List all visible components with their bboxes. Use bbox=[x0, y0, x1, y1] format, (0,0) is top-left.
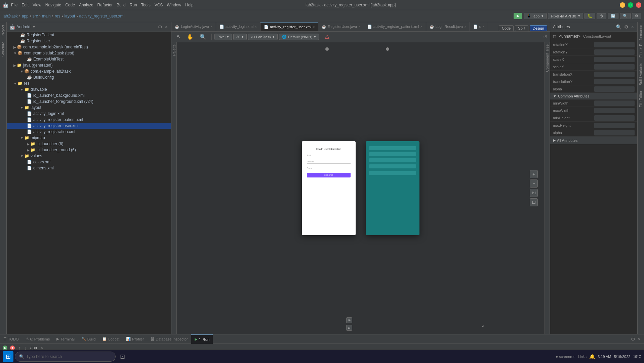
profile-button[interactable]: ⏱ bbox=[597, 13, 606, 19]
maximize-button[interactable]: □ bbox=[628, 2, 633, 8]
tab-problems[interactable]: ⚠ 6: Problems bbox=[22, 334, 53, 344]
common-attrs-header[interactable]: ▼ Common Attributes bbox=[550, 93, 637, 99]
zoom-fit-button[interactable]: 1:1 bbox=[530, 189, 538, 197]
tab-close[interactable]: × bbox=[358, 25, 360, 29]
tree-item-java-generated[interactable]: ▶ 📁 java (generated) bbox=[7, 62, 171, 68]
tree-item-activity-registration[interactable]: 📄 activity_registration.xml bbox=[7, 129, 171, 135]
tree-item-ic-fg[interactable]: 📄 ic_launcher_foreground.xml (v24) bbox=[7, 98, 171, 105]
menu-build[interactable]: Build bbox=[117, 3, 126, 7]
minimize-button[interactable]: – bbox=[620, 2, 625, 8]
pixel-dropdown[interactable]: Pixel ▾ bbox=[214, 34, 232, 40]
collapse-arrow[interactable]: ▼ bbox=[13, 82, 17, 85]
search-attrs-button[interactable]: 🔍 bbox=[615, 24, 622, 30]
breadcrumb-app[interactable]: app bbox=[22, 14, 29, 18]
tab-activity-reg-patient[interactable]: 📄 activity_register_patient.xml × bbox=[364, 22, 426, 31]
tree-item-com-lab2task[interactable]: ▼ 📦 com.example.lab2task bbox=[7, 68, 171, 74]
collapse-arrow[interactable]: ▼ bbox=[13, 51, 17, 55]
attr-value-alpha-top[interactable] bbox=[594, 86, 635, 92]
run-panel-settings[interactable]: ⚙ bbox=[630, 336, 636, 342]
menu-refactor[interactable]: Refactor bbox=[97, 3, 113, 7]
tab-close[interactable]: × bbox=[210, 25, 212, 29]
all-attrs-header[interactable]: ▶ All Attributes bbox=[550, 137, 637, 144]
view-design-button[interactable]: Design bbox=[530, 25, 547, 31]
toggle-1-button[interactable]: 👁 bbox=[346, 317, 352, 323]
collapse-arrow[interactable]: ▶ bbox=[27, 148, 30, 152]
attr-value-maxHeight[interactable] bbox=[594, 123, 635, 128]
right-tab-flutter[interactable]: Flutter Performance bbox=[638, 22, 644, 60]
menu-file[interactable]: File bbox=[11, 3, 17, 7]
tab-s[interactable]: 📄 s × bbox=[470, 22, 488, 31]
menu-navigate[interactable]: Navigate bbox=[45, 3, 61, 7]
right-tab-file[interactable]: File Editor bbox=[638, 88, 644, 110]
collapse-arrow[interactable]: ▼ bbox=[20, 136, 24, 140]
tree-item-test[interactable]: ▼ 📦 com.example.lab2task (test) bbox=[7, 50, 171, 56]
tab-activity-login[interactable]: 📄 activity_login.xml × bbox=[216, 22, 260, 31]
attr-value-minWidth[interactable] bbox=[594, 100, 635, 106]
search-bar[interactable]: 🔍 Type here to search bbox=[15, 352, 116, 362]
tab-activity-register-user[interactable]: 📄 activity_register_user.xml × bbox=[260, 22, 318, 31]
settings-button[interactable]: ⚙ bbox=[632, 13, 641, 19]
tab-close[interactable]: × bbox=[464, 25, 466, 29]
tab-database[interactable]: 🗄 Database Inspector bbox=[147, 334, 191, 344]
breadcrumb-main[interactable]: main bbox=[42, 14, 51, 18]
breadcrumb-layout[interactable]: layout bbox=[64, 14, 75, 18]
tree-item-activity-login[interactable]: 📄 activity_login.xml bbox=[7, 111, 171, 117]
tree-item-ic-launcher-round[interactable]: ▶ 📁 ic_launcher_round (6) bbox=[7, 147, 171, 153]
tab-loginresult[interactable]: ☕ LoginResult.java × bbox=[426, 22, 470, 31]
tree-item-layout[interactable]: ▼ 📁 layout bbox=[7, 105, 171, 111]
tree-item-ic-bg[interactable]: 📄 ic_launcher_background.xml bbox=[7, 92, 171, 98]
menu-run[interactable]: Run bbox=[130, 3, 137, 7]
view-split-button[interactable]: Split bbox=[515, 25, 528, 31]
left-tab-structure[interactable]: Structure bbox=[0, 39, 6, 59]
tree-item-register-patient[interactable]: ☕ RegisterPatient bbox=[7, 32, 171, 38]
toggle-2-button[interactable]: ⊞ bbox=[346, 325, 352, 331]
attr-value-alpha-common[interactable] bbox=[594, 130, 635, 135]
collapse-arrow[interactable]: ▶ bbox=[13, 64, 16, 67]
attrs-close-button[interactable]: × bbox=[631, 24, 635, 30]
tree-item-values[interactable]: ▼ 📁 values bbox=[7, 153, 171, 159]
tree-item-register-user[interactable]: ☕ RegisterUser bbox=[7, 38, 171, 44]
lab2task-dropdown[interactable]: 🏷 Lab2task ▾ bbox=[248, 34, 278, 40]
zoom-dropdown[interactable]: 30 ▾ bbox=[233, 34, 247, 40]
tab-registeruser[interactable]: ☕ RegisterUser.java × bbox=[318, 22, 364, 31]
tab-todo[interactable]: ☰ TODO bbox=[0, 334, 22, 344]
tree-item-colors[interactable]: 📄 colors.xml bbox=[7, 159, 171, 165]
tab-run[interactable]: ▶ 4: Run bbox=[191, 334, 213, 344]
breadcrumb-src[interactable]: src bbox=[33, 14, 38, 18]
debug-button[interactable]: 🐛 bbox=[585, 13, 595, 19]
close-button[interactable]: × bbox=[636, 2, 641, 8]
menu-view[interactable]: View bbox=[33, 3, 41, 7]
attr-value-translationY[interactable] bbox=[594, 79, 635, 84]
taskview-button[interactable]: ⊡ bbox=[117, 351, 128, 362]
app-selector[interactable]: 📱 app ▾ bbox=[524, 13, 547, 19]
tree-item-androidtest[interactable]: ▶ 📦 com.example.lab2task (androidTest) bbox=[7, 44, 171, 50]
tab-close[interactable]: × bbox=[313, 25, 315, 29]
tree-item-mipmap[interactable]: ▼ 📁 mipmap bbox=[7, 135, 171, 141]
menu-code[interactable]: Code bbox=[65, 3, 75, 7]
menu-analyze[interactable]: Analyze bbox=[79, 3, 93, 7]
breadcrumb-file[interactable]: activity_register_user.xml bbox=[79, 14, 124, 18]
run-button[interactable]: ▶ bbox=[514, 13, 522, 19]
tree-item-activity-reg-user[interactable]: 📄 activity_register_user.xml bbox=[7, 123, 171, 129]
palette-tab[interactable]: Palette bbox=[171, 42, 177, 58]
tree-item-res[interactable]: ▼ 📁 res bbox=[7, 80, 171, 86]
collapse-arrow[interactable]: ▼ bbox=[20, 88, 24, 91]
tab-close[interactable]: × bbox=[255, 25, 257, 29]
resize-handle[interactable]: ⌟ bbox=[482, 322, 484, 327]
zoom-in-button[interactable]: + bbox=[530, 170, 538, 178]
menu-bar-items[interactable]: File Edit View Navigate Code Analyze Ref… bbox=[11, 3, 194, 7]
right-tab-build[interactable]: Build Variants bbox=[638, 60, 644, 88]
attr-value-minHeight[interactable] bbox=[594, 115, 635, 121]
view-code-button[interactable]: Code bbox=[499, 25, 514, 31]
links-button[interactable]: Links bbox=[578, 355, 587, 359]
menu-vcs[interactable]: VCS bbox=[155, 3, 163, 7]
menu-help[interactable]: Help bbox=[185, 3, 194, 7]
select-tool-button[interactable]: ↖ bbox=[174, 33, 183, 41]
component-tree-tab[interactable]: Component Tree bbox=[545, 42, 550, 74]
tab-profiler[interactable]: 📊 Profiler bbox=[123, 334, 147, 344]
collapse-arrow[interactable]: ▼ bbox=[20, 154, 24, 158]
tab-terminal[interactable]: ▶ Terminal bbox=[53, 334, 78, 344]
collapse-arrow[interactable]: ▼ bbox=[20, 70, 24, 73]
tree-item-dimens[interactable]: 📄 dimens.xml bbox=[7, 165, 171, 171]
tab-build[interactable]: 🔨 Build bbox=[78, 334, 99, 344]
